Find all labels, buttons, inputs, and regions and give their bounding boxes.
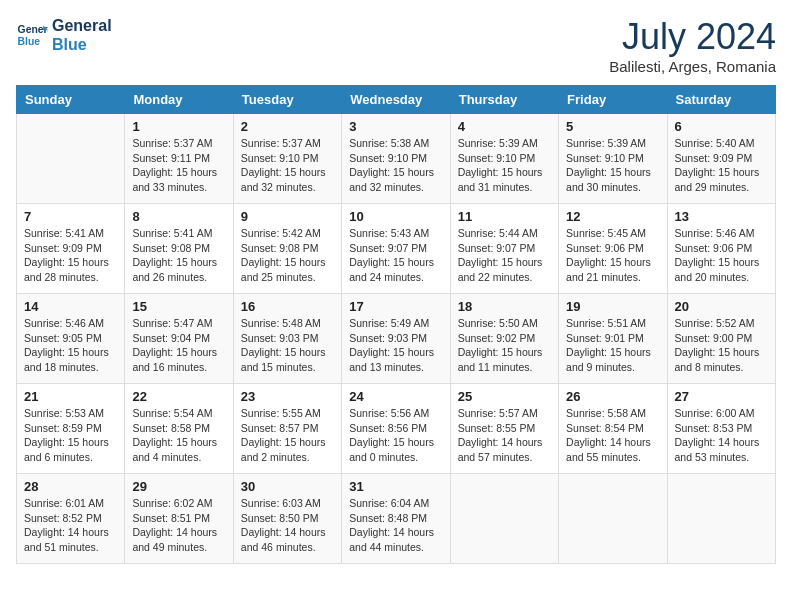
day-number: 9	[241, 209, 334, 224]
day-number: 11	[458, 209, 551, 224]
week-row-2: 7Sunrise: 5:41 AM Sunset: 9:09 PM Daylig…	[17, 204, 776, 294]
calendar-cell: 26Sunrise: 5:58 AM Sunset: 8:54 PM Dayli…	[559, 384, 667, 474]
calendar-cell: 7Sunrise: 5:41 AM Sunset: 9:09 PM Daylig…	[17, 204, 125, 294]
svg-text:Blue: Blue	[18, 36, 41, 47]
calendar-table: SundayMondayTuesdayWednesdayThursdayFrid…	[16, 85, 776, 564]
calendar-cell: 16Sunrise: 5:48 AM Sunset: 9:03 PM Dayli…	[233, 294, 341, 384]
day-info: Sunrise: 5:51 AM Sunset: 9:01 PM Dayligh…	[566, 316, 659, 375]
day-number: 1	[132, 119, 225, 134]
day-info: Sunrise: 5:48 AM Sunset: 9:03 PM Dayligh…	[241, 316, 334, 375]
day-info: Sunrise: 5:38 AM Sunset: 9:10 PM Dayligh…	[349, 136, 442, 195]
day-info: Sunrise: 5:52 AM Sunset: 9:00 PM Dayligh…	[675, 316, 768, 375]
col-header-wednesday: Wednesday	[342, 86, 450, 114]
day-info: Sunrise: 5:39 AM Sunset: 9:10 PM Dayligh…	[566, 136, 659, 195]
day-number: 7	[24, 209, 117, 224]
calendar-cell: 11Sunrise: 5:44 AM Sunset: 9:07 PM Dayli…	[450, 204, 558, 294]
calendar-cell: 29Sunrise: 6:02 AM Sunset: 8:51 PM Dayli…	[125, 474, 233, 564]
day-number: 14	[24, 299, 117, 314]
day-number: 30	[241, 479, 334, 494]
calendar-cell: 18Sunrise: 5:50 AM Sunset: 9:02 PM Dayli…	[450, 294, 558, 384]
day-info: Sunrise: 5:40 AM Sunset: 9:09 PM Dayligh…	[675, 136, 768, 195]
day-info: Sunrise: 5:46 AM Sunset: 9:06 PM Dayligh…	[675, 226, 768, 285]
day-number: 6	[675, 119, 768, 134]
calendar-cell: 19Sunrise: 5:51 AM Sunset: 9:01 PM Dayli…	[559, 294, 667, 384]
calendar-cell: 30Sunrise: 6:03 AM Sunset: 8:50 PM Dayli…	[233, 474, 341, 564]
calendar-cell: 15Sunrise: 5:47 AM Sunset: 9:04 PM Dayli…	[125, 294, 233, 384]
day-info: Sunrise: 5:49 AM Sunset: 9:03 PM Dayligh…	[349, 316, 442, 375]
calendar-cell: 2Sunrise: 5:37 AM Sunset: 9:10 PM Daylig…	[233, 114, 341, 204]
day-number: 24	[349, 389, 442, 404]
day-info: Sunrise: 5:58 AM Sunset: 8:54 PM Dayligh…	[566, 406, 659, 465]
week-row-5: 28Sunrise: 6:01 AM Sunset: 8:52 PM Dayli…	[17, 474, 776, 564]
calendar-cell: 27Sunrise: 6:00 AM Sunset: 8:53 PM Dayli…	[667, 384, 775, 474]
calendar-cell: 1Sunrise: 5:37 AM Sunset: 9:11 PM Daylig…	[125, 114, 233, 204]
calendar-cell: 20Sunrise: 5:52 AM Sunset: 9:00 PM Dayli…	[667, 294, 775, 384]
title-block: July 2024 Balilesti, Arges, Romania	[609, 16, 776, 75]
day-number: 12	[566, 209, 659, 224]
location: Balilesti, Arges, Romania	[609, 58, 776, 75]
day-number: 4	[458, 119, 551, 134]
day-info: Sunrise: 6:02 AM Sunset: 8:51 PM Dayligh…	[132, 496, 225, 555]
day-info: Sunrise: 5:39 AM Sunset: 9:10 PM Dayligh…	[458, 136, 551, 195]
day-number: 27	[675, 389, 768, 404]
day-info: Sunrise: 5:44 AM Sunset: 9:07 PM Dayligh…	[458, 226, 551, 285]
day-info: Sunrise: 5:47 AM Sunset: 9:04 PM Dayligh…	[132, 316, 225, 375]
day-number: 3	[349, 119, 442, 134]
day-info: Sunrise: 6:03 AM Sunset: 8:50 PM Dayligh…	[241, 496, 334, 555]
day-number: 16	[241, 299, 334, 314]
logo: General Blue General Blue	[16, 16, 112, 54]
day-number: 25	[458, 389, 551, 404]
day-info: Sunrise: 6:04 AM Sunset: 8:48 PM Dayligh…	[349, 496, 442, 555]
day-info: Sunrise: 5:43 AM Sunset: 9:07 PM Dayligh…	[349, 226, 442, 285]
calendar-header-row: SundayMondayTuesdayWednesdayThursdayFrid…	[17, 86, 776, 114]
day-number: 13	[675, 209, 768, 224]
calendar-cell: 25Sunrise: 5:57 AM Sunset: 8:55 PM Dayli…	[450, 384, 558, 474]
week-row-3: 14Sunrise: 5:46 AM Sunset: 9:05 PM Dayli…	[17, 294, 776, 384]
day-number: 10	[349, 209, 442, 224]
day-info: Sunrise: 5:53 AM Sunset: 8:59 PM Dayligh…	[24, 406, 117, 465]
day-info: Sunrise: 5:37 AM Sunset: 9:11 PM Dayligh…	[132, 136, 225, 195]
day-number: 28	[24, 479, 117, 494]
calendar-cell: 12Sunrise: 5:45 AM Sunset: 9:06 PM Dayli…	[559, 204, 667, 294]
day-info: Sunrise: 5:45 AM Sunset: 9:06 PM Dayligh…	[566, 226, 659, 285]
col-header-sunday: Sunday	[17, 86, 125, 114]
calendar-cell	[450, 474, 558, 564]
calendar-cell: 31Sunrise: 6:04 AM Sunset: 8:48 PM Dayli…	[342, 474, 450, 564]
day-info: Sunrise: 5:56 AM Sunset: 8:56 PM Dayligh…	[349, 406, 442, 465]
calendar-cell: 3Sunrise: 5:38 AM Sunset: 9:10 PM Daylig…	[342, 114, 450, 204]
day-info: Sunrise: 5:41 AM Sunset: 9:08 PM Dayligh…	[132, 226, 225, 285]
day-number: 15	[132, 299, 225, 314]
day-number: 22	[132, 389, 225, 404]
day-number: 17	[349, 299, 442, 314]
calendar-cell	[559, 474, 667, 564]
calendar-cell: 24Sunrise: 5:56 AM Sunset: 8:56 PM Dayli…	[342, 384, 450, 474]
day-info: Sunrise: 6:00 AM Sunset: 8:53 PM Dayligh…	[675, 406, 768, 465]
calendar-cell: 10Sunrise: 5:43 AM Sunset: 9:07 PM Dayli…	[342, 204, 450, 294]
page-header: General Blue General Blue July 2024 Bali…	[16, 16, 776, 75]
day-info: Sunrise: 5:55 AM Sunset: 8:57 PM Dayligh…	[241, 406, 334, 465]
day-number: 31	[349, 479, 442, 494]
day-info: Sunrise: 5:57 AM Sunset: 8:55 PM Dayligh…	[458, 406, 551, 465]
col-header-monday: Monday	[125, 86, 233, 114]
calendar-cell: 14Sunrise: 5:46 AM Sunset: 9:05 PM Dayli…	[17, 294, 125, 384]
logo-text-general: General	[52, 16, 112, 35]
col-header-tuesday: Tuesday	[233, 86, 341, 114]
calendar-cell: 5Sunrise: 5:39 AM Sunset: 9:10 PM Daylig…	[559, 114, 667, 204]
calendar-cell	[17, 114, 125, 204]
calendar-cell: 4Sunrise: 5:39 AM Sunset: 9:10 PM Daylig…	[450, 114, 558, 204]
month-title: July 2024	[609, 16, 776, 58]
day-number: 18	[458, 299, 551, 314]
logo-icon: General Blue	[16, 19, 48, 51]
calendar-cell	[667, 474, 775, 564]
day-info: Sunrise: 5:54 AM Sunset: 8:58 PM Dayligh…	[132, 406, 225, 465]
col-header-thursday: Thursday	[450, 86, 558, 114]
day-info: Sunrise: 6:01 AM Sunset: 8:52 PM Dayligh…	[24, 496, 117, 555]
day-info: Sunrise: 5:42 AM Sunset: 9:08 PM Dayligh…	[241, 226, 334, 285]
day-info: Sunrise: 5:46 AM Sunset: 9:05 PM Dayligh…	[24, 316, 117, 375]
calendar-cell: 9Sunrise: 5:42 AM Sunset: 9:08 PM Daylig…	[233, 204, 341, 294]
day-number: 20	[675, 299, 768, 314]
calendar-cell: 13Sunrise: 5:46 AM Sunset: 9:06 PM Dayli…	[667, 204, 775, 294]
day-info: Sunrise: 5:37 AM Sunset: 9:10 PM Dayligh…	[241, 136, 334, 195]
calendar-cell: 6Sunrise: 5:40 AM Sunset: 9:09 PM Daylig…	[667, 114, 775, 204]
calendar-cell: 23Sunrise: 5:55 AM Sunset: 8:57 PM Dayli…	[233, 384, 341, 474]
